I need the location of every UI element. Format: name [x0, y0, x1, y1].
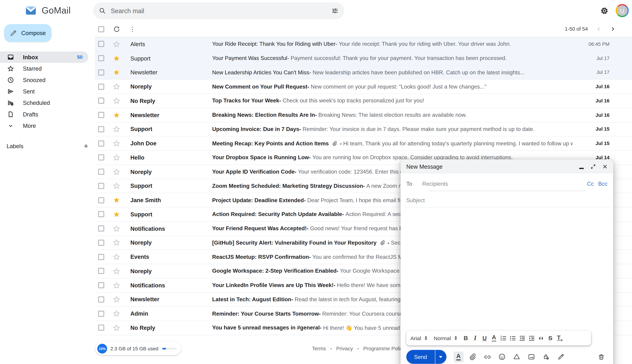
font-family-select[interactable]: Arial [410, 335, 431, 341]
insert-image-icon[interactable] [526, 352, 537, 362]
email-row[interactable]: Newsletter New Leadership Articles You C… [95, 66, 632, 80]
sidebar-item-more[interactable]: More [0, 120, 88, 132]
email-row[interactable]: Support Upcoming Invoice: Due in 7 Days-… [95, 122, 632, 136]
more-options-icon[interactable]: ⋮ [129, 25, 136, 33]
account-avatar[interactable]: U [616, 4, 629, 17]
ordered-list-icon[interactable]: 123 [499, 333, 508, 343]
subject-input[interactable]: Subject [406, 197, 608, 203]
star-icon[interactable] [113, 310, 120, 317]
compose-button[interactable]: Compose [4, 24, 52, 42]
search-input[interactable]: Search mail [111, 7, 331, 14]
older-page-icon[interactable] [610, 26, 616, 32]
recipients-input[interactable]: Recipients [422, 180, 587, 187]
star-icon[interactable] [113, 69, 120, 76]
email-checkbox[interactable] [98, 254, 104, 260]
refresh-icon[interactable] [113, 26, 120, 32]
insert-emoji-icon[interactable] [497, 352, 508, 362]
email-checkbox[interactable] [98, 296, 104, 302]
bulleted-list-icon[interactable] [508, 333, 518, 343]
sidebar-item-drafts[interactable]: Drafts [0, 108, 88, 120]
font-size-select[interactable]: Normal [434, 335, 461, 341]
discard-draft-icon[interactable] [596, 352, 607, 362]
formatting-options-icon[interactable]: A [454, 352, 464, 362]
email-checkbox[interactable] [98, 240, 104, 246]
send-options-icon[interactable] [435, 350, 446, 364]
email-row[interactable]: John Doe Meeting Recap: Key Points and A… [95, 136, 632, 150]
star-icon[interactable] [113, 83, 120, 90]
remove-formatting-icon[interactable]: Tx [555, 333, 565, 343]
email-checkbox[interactable] [98, 84, 104, 90]
sidebar-item-inbox[interactable]: Inbox 50 [0, 51, 88, 63]
email-checkbox[interactable] [98, 70, 104, 76]
indent-decrease-icon[interactable] [518, 333, 527, 343]
star-icon[interactable] [113, 111, 120, 119]
star-icon[interactable] [113, 140, 120, 147]
sidebar-item-starred[interactable]: Starred [0, 63, 88, 74]
footer-link-privacy[interactable]: Privacy [336, 346, 353, 352]
italic-icon[interactable]: I [471, 333, 480, 343]
star-icon[interactable] [113, 210, 120, 218]
email-checkbox[interactable] [98, 183, 104, 189]
star-icon[interactable] [113, 253, 120, 260]
send-label[interactable]: Send [406, 350, 435, 364]
email-row[interactable]: Newsletter Breaking News: Election Resul… [95, 108, 632, 122]
subject-field[interactable]: Subject [406, 193, 608, 207]
email-checkbox[interactable] [98, 282, 104, 288]
underline-icon[interactable]: U [480, 333, 489, 343]
search-filters-icon[interactable] [331, 7, 338, 14]
to-field[interactable]: To Recipients Cc Bcc [406, 177, 608, 190]
email-checkbox[interactable] [98, 197, 104, 203]
star-icon[interactable] [113, 126, 120, 133]
star-icon[interactable] [113, 168, 120, 175]
email-checkbox[interactable] [98, 154, 104, 160]
email-row[interactable]: Alerts Your Ride Receipt: Thank You for … [95, 37, 632, 51]
email-checkbox[interactable] [98, 112, 104, 118]
insert-link-icon[interactable] [482, 352, 493, 362]
email-checkbox[interactable] [98, 140, 104, 146]
compose-header[interactable]: New Message [401, 160, 613, 174]
select-all-checkbox[interactable] [98, 26, 104, 32]
cc-button[interactable]: Cc [587, 180, 594, 187]
signature-icon[interactable] [555, 352, 566, 362]
email-row[interactable]: Noreply New Comment on Your Pull Request… [95, 80, 632, 94]
indent-increase-icon[interactable] [527, 333, 536, 343]
email-row[interactable]: No Reply Top Tracks for Your Week- Check… [95, 94, 632, 108]
search-bar[interactable]: Search mail [93, 2, 344, 19]
sidebar-item-sent[interactable]: Sent [0, 86, 88, 97]
drive-icon[interactable] [511, 352, 522, 362]
sidebar-item-scheduled[interactable]: Scheduled [0, 97, 88, 108]
email-row[interactable]: Support Your Payment Was Successful- Pay… [95, 51, 632, 66]
star-icon[interactable] [113, 154, 120, 161]
close-icon[interactable] [602, 164, 607, 169]
star-icon[interactable] [113, 54, 120, 62]
star-icon[interactable] [113, 324, 120, 332]
email-checkbox[interactable] [98, 169, 104, 175]
email-checkbox[interactable] [98, 41, 104, 47]
star-icon[interactable] [113, 268, 120, 275]
email-checkbox[interactable] [98, 310, 104, 317]
footer-link-terms[interactable]: Terms [312, 346, 326, 352]
quote-icon[interactable] [536, 333, 546, 343]
email-checkbox[interactable] [98, 211, 104, 218]
email-checkbox[interactable] [98, 98, 104, 104]
star-icon[interactable] [113, 296, 120, 303]
star-icon[interactable] [113, 97, 120, 104]
sidebar-item-snoozed[interactable]: Snoozed [0, 74, 88, 86]
search-icon[interactable] [99, 7, 106, 14]
star-icon[interactable] [113, 196, 120, 204]
open-in-full-icon[interactable] [591, 164, 596, 169]
star-icon[interactable] [113, 182, 120, 190]
text-color-icon[interactable]: A [489, 333, 499, 343]
minimize-icon[interactable] [579, 164, 584, 169]
email-checkbox[interactable] [98, 226, 104, 232]
bold-icon[interactable]: B [461, 333, 471, 343]
settings-gear-icon[interactable] [600, 6, 609, 15]
star-icon[interactable] [113, 282, 120, 289]
star-icon[interactable] [113, 40, 120, 48]
email-checkbox[interactable] [98, 55, 104, 61]
strikethrough-icon[interactable]: S [546, 333, 555, 343]
add-label-icon[interactable]: + [84, 142, 88, 150]
star-icon[interactable] [113, 239, 120, 246]
star-icon[interactable] [113, 225, 120, 232]
email-checkbox[interactable] [98, 126, 104, 132]
